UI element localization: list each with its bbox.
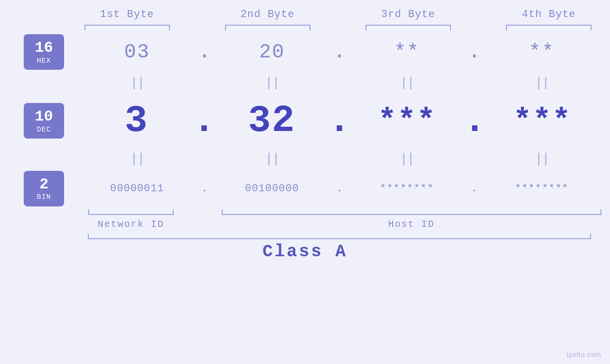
bin-b4: ******** bbox=[515, 183, 569, 195]
bin-b1-cell: 00000011 bbox=[78, 183, 196, 195]
dec-dot3: . bbox=[463, 99, 486, 142]
bin-dot3-cell: . bbox=[466, 183, 483, 195]
dec-dot2: . bbox=[328, 99, 351, 142]
class-label-row: Class A bbox=[0, 242, 610, 261]
bracket-byte3 bbox=[347, 23, 469, 32]
byte1-header: 1st Byte bbox=[66, 9, 188, 20]
hex-dot1-cell: . bbox=[196, 41, 214, 64]
hex-dot1: . bbox=[198, 41, 210, 64]
watermark: ipshu.com bbox=[567, 351, 601, 358]
hex-b4-cell: ** bbox=[483, 41, 601, 64]
bin-b4-cell: ******** bbox=[483, 183, 601, 195]
hex-badge-label: HEX bbox=[37, 57, 51, 65]
bin-b2: 00100000 bbox=[245, 183, 299, 195]
bin-b2-cell: 00100000 bbox=[213, 183, 331, 195]
dec-badge: 10 DEC bbox=[24, 103, 64, 139]
host-bracket-line bbox=[222, 209, 601, 215]
bin-b3: ******** bbox=[380, 183, 434, 195]
bracket-byte2 bbox=[206, 23, 329, 32]
eq-row1: || || || || bbox=[0, 72, 610, 93]
dec-dot1: . bbox=[193, 99, 216, 142]
dec-row: 10 DEC 3 . 32 . *** . *** bbox=[0, 93, 610, 148]
bin-badge-label: BIN bbox=[37, 194, 51, 201]
eq2-b1-cell: || bbox=[78, 151, 196, 166]
eq2-b3-cell: || bbox=[348, 151, 466, 166]
bin-dot2-cell: . bbox=[331, 183, 348, 195]
eq2-b3: || bbox=[400, 151, 414, 166]
network-bracket-line bbox=[88, 209, 174, 215]
eq-row2-cells: || || || || bbox=[78, 151, 601, 166]
dec-b4: *** bbox=[513, 103, 572, 139]
host-id-label: Host ID bbox=[388, 219, 435, 230]
eq2-b1: || bbox=[130, 151, 144, 166]
hex-row: 16 HEX 03 . 20 . ** . ** bbox=[0, 32, 610, 72]
bin-dot3: . bbox=[471, 183, 478, 195]
bin-dot1: . bbox=[201, 183, 207, 195]
dec-b3: *** bbox=[378, 103, 436, 139]
dec-badge-label: DEC bbox=[37, 126, 51, 133]
bin-badge: 2 BIN bbox=[24, 171, 64, 206]
eq1-b4-cell: || bbox=[483, 75, 601, 90]
eq2-b2: || bbox=[265, 151, 279, 166]
hex-dot2: . bbox=[333, 41, 345, 64]
eq1-b2: || bbox=[265, 75, 279, 90]
dec-b4-cell: *** bbox=[484, 103, 601, 139]
class-label: Class A bbox=[263, 242, 347, 261]
eq2-b4-cell: || bbox=[483, 151, 601, 166]
bin-dot1-cell: . bbox=[196, 183, 214, 195]
dec-b3-cell: *** bbox=[349, 103, 465, 139]
bin-badge-cell: 2 BIN bbox=[9, 171, 78, 206]
bin-b3-cell: ******** bbox=[348, 183, 466, 195]
dec-dot2-cell: . bbox=[330, 99, 349, 142]
dec-b1: 3 bbox=[124, 99, 148, 142]
eq2-b2-cell: || bbox=[213, 151, 331, 166]
hex-b3: ** bbox=[394, 41, 420, 64]
dec-b1-cell: 3 bbox=[78, 99, 195, 142]
wide-bracket-line bbox=[88, 233, 591, 239]
hex-b4: ** bbox=[529, 41, 554, 64]
bracket-byte1 bbox=[66, 23, 188, 32]
bottom-brackets: Network ID Host ID bbox=[0, 209, 610, 230]
hex-badge: 16 HEX bbox=[24, 34, 64, 70]
byte-headers: 1st Byte 2nd Byte 3rd Byte 4th Byte bbox=[0, 0, 610, 20]
hex-b1: 03 bbox=[124, 41, 150, 64]
main-container: 1st Byte 2nd Byte 3rd Byte 4th Byte 16 bbox=[0, 0, 610, 364]
hex-row-cells: 03 . 20 . ** . ** bbox=[78, 41, 601, 64]
wide-bracket-row bbox=[0, 233, 610, 239]
host-id-bracket: Host ID bbox=[213, 209, 610, 230]
eq-row1-cells: || || || || bbox=[78, 75, 601, 90]
hex-b1-cell: 03 bbox=[78, 41, 196, 64]
dec-b2: 32 bbox=[248, 99, 295, 142]
network-id-bracket: Network ID bbox=[68, 209, 194, 230]
dec-dot3-cell: . bbox=[465, 99, 484, 142]
dec-row-cells: 3 . 32 . *** . *** bbox=[78, 99, 601, 142]
eq1-b1: || bbox=[130, 75, 144, 90]
dec-badge-num: 10 bbox=[35, 108, 53, 125]
bin-badge-num: 2 bbox=[39, 176, 48, 193]
hex-b2: 20 bbox=[259, 41, 285, 64]
hex-badge-num: 16 bbox=[35, 39, 53, 56]
eq2-b4: || bbox=[535, 151, 549, 166]
dec-badge-cell: 10 DEC bbox=[9, 103, 78, 139]
eq1-b3: || bbox=[400, 75, 414, 90]
dec-b2-cell: 32 bbox=[214, 99, 330, 142]
byte2-header: 2nd Byte bbox=[206, 9, 329, 20]
bin-row: 2 BIN 00000011 . 00100000 . ******** . bbox=[0, 169, 610, 207]
hex-dot3-cell: . bbox=[466, 41, 483, 64]
byte4-header: 4th Byte bbox=[488, 9, 610, 20]
bracket-byte4 bbox=[488, 23, 610, 32]
eq-row2: || || || || bbox=[0, 148, 610, 169]
eq1-b3-cell: || bbox=[348, 75, 466, 90]
bin-b1: 00000011 bbox=[110, 183, 164, 195]
hex-b2-cell: 20 bbox=[213, 41, 331, 64]
hex-dot3: . bbox=[469, 41, 480, 64]
byte3-header: 3rd Byte bbox=[347, 9, 469, 20]
bin-dot2: . bbox=[336, 183, 342, 195]
eq1-b2-cell: || bbox=[213, 75, 331, 90]
hex-dot2-cell: . bbox=[331, 41, 348, 64]
top-brackets bbox=[0, 23, 610, 32]
bin-row-cells: 00000011 . 00100000 . ******** . *******… bbox=[78, 183, 601, 195]
dec-dot1-cell: . bbox=[195, 99, 214, 142]
network-id-label: Network ID bbox=[98, 219, 164, 230]
eq1-b4: || bbox=[535, 75, 549, 90]
